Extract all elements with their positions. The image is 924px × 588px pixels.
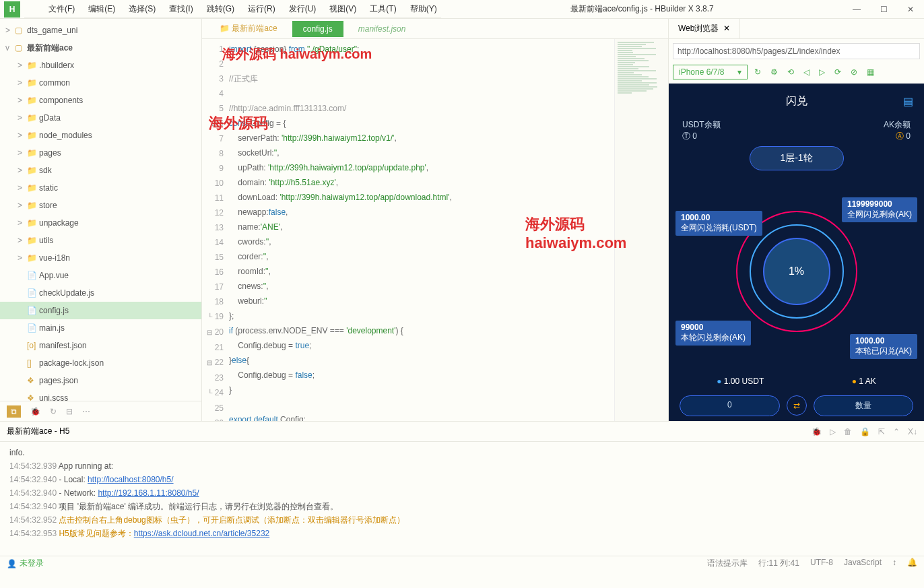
reload-icon[interactable]: ⟳ [832, 66, 844, 78]
amount-input[interactable]: 0 [680, 395, 780, 416]
tree-item[interactable]: >📁components [0, 92, 201, 109]
tree-item[interactable]: 📄config.js [0, 302, 201, 319]
clear-icon[interactable]: 🗑 [844, 427, 852, 436]
forward-icon[interactable]: ▷ [816, 66, 828, 78]
collapse-icon[interactable]: ⊟ [66, 407, 73, 416]
file-tree[interactable]: >▢dts_game_univ▢最新前端ace>📁.hbuilderx>📁com… [0, 19, 201, 401]
menu-item[interactable]: 工具(T) [366, 2, 400, 16]
editor-tab[interactable]: manifest.json [348, 21, 417, 37]
minimize-button[interactable]: — [843, 0, 870, 19]
export-icon[interactable]: ⇱ [878, 427, 885, 436]
sidebar-toolbar: ⧉ 🐞 ↻ ⊟ ⋯ [0, 401, 201, 421]
swap-icon[interactable]: ⇄ [787, 395, 807, 416]
app-logo: H [4, 1, 20, 18]
console-panel: 最新前端ace - H5 🐞 ▷ 🗑 🔒 ⇱ ⌃ X↓ 海外源码 haiwaiy… [0, 421, 924, 556]
stop-icon[interactable]: ⊘ [848, 66, 860, 78]
menu-item[interactable]: 帮助(Y) [406, 2, 441, 16]
stop-icon[interactable]: ▷ [830, 427, 836, 436]
preview-url[interactable]: http://localhost:8080/h5/pages/ZL/index/… [673, 43, 920, 59]
tree-item[interactable]: >📁utils [0, 232, 201, 249]
phone-preview[interactable]: 闪兑 ▤ USDT余额Ⓣ 0 AK余额Ⓐ 0 1层-1轮 1% 11999990… [669, 84, 924, 421]
tree-item[interactable]: >📁pages [0, 144, 201, 162]
debug-icon[interactable]: 🐞 [30, 407, 40, 416]
console-output[interactable]: 海外源码 haiwaiym.com info.14:54:32.939 App … [0, 442, 924, 556]
back-icon[interactable]: ◁ [801, 66, 812, 78]
statusbar: 👤 未登录 语法提示库 行:11 列:41 UTF-8 JavaScript ↕… [0, 556, 924, 570]
window-title: 最新前端ace/config.js - HBuilder X 3.8.7 [441, 3, 843, 15]
bug-icon[interactable]: 🐞 [812, 427, 822, 436]
menu-item[interactable]: 发行(U) [285, 2, 321, 16]
editor-tabs: 最新前端aceconfig.jsmanifest.json [202, 19, 668, 39]
tree-item[interactable]: v▢最新前端ace [0, 39, 201, 57]
line-gutter[interactable]: 12345⊟ 6789101112131415161718└ 19⊟ 2021⊟… [202, 39, 229, 421]
tree-item[interactable]: [o]manifest.json [0, 337, 201, 354]
round-pill[interactable]: 1层-1轮 [750, 146, 844, 170]
editor-pane: 最新前端aceconfig.jsmanifest.json 12345⊟ 678… [202, 19, 668, 421]
tree-item[interactable]: ❖uni.scss [0, 389, 201, 401]
tree-item[interactable]: >📁.hbuilderx [0, 57, 201, 74]
tree-item[interactable]: ❖pages.json [0, 372, 201, 389]
orbit-chart: 1% 1199999000全网闪兑剩余(AK) 1000.00全网闪兑消耗(US… [675, 177, 917, 366]
menu-item[interactable]: 文件(F) [44, 2, 79, 16]
preview-pane: Web浏览器 ✕ http://localhost:8080/h5/pages/… [668, 19, 924, 421]
tree-item[interactable]: >📁store [0, 197, 201, 214]
tree-item[interactable]: 📄App.vue [0, 267, 201, 284]
editor-tab[interactable]: config.js [292, 21, 343, 37]
login-status[interactable]: 👤 未登录 [7, 558, 44, 569]
close-icon[interactable]: X↓ [908, 427, 917, 436]
rotate-icon[interactable]: ⟲ [785, 66, 797, 78]
maximize-button[interactable]: ☐ [870, 0, 897, 19]
tree-item[interactable]: >📁unpackage [0, 214, 201, 232]
refresh-icon[interactable]: ↻ [50, 407, 57, 416]
sidebar: >▢dts_game_univ▢最新前端ace>📁.hbuilderx>📁com… [0, 19, 202, 421]
preview-tab-web[interactable]: Web浏览器 ✕ [669, 19, 740, 38]
titlebar: H 文件(F)编辑(E)选择(S)查找(I)跳转(G)运行(R)发行(U)视图(… [0, 0, 924, 19]
tree-item[interactable]: []package-lock.json [0, 354, 201, 372]
settings-icon[interactable]: ⚙ [768, 66, 781, 78]
bell-icon[interactable]: 🔔 [907, 558, 917, 569]
tree-item[interactable]: >▢dts_game_uni [0, 22, 201, 39]
preview-tabs: Web浏览器 ✕ [669, 19, 924, 39]
grid-icon[interactable]: ▦ [864, 66, 877, 78]
device-selector[interactable]: iPhone 6/7/8▾ [673, 65, 748, 79]
document-icon[interactable]: ▤ [903, 95, 913, 108]
lock-icon[interactable]: 🔒 [860, 427, 870, 436]
tree-item[interactable]: >📁sdk [0, 162, 201, 179]
tree-item[interactable]: >📁common [0, 74, 201, 92]
tree-item[interactable]: 📄main.js [0, 319, 201, 337]
menu-item[interactable]: 跳转(G) [203, 2, 238, 16]
sync-icon[interactable]: ↕ [892, 558, 896, 569]
close-button[interactable]: ✕ [897, 0, 924, 19]
menubar: 文件(F)编辑(E)选择(S)查找(I)跳转(G)运行(R)发行(U)视图(V)… [24, 1, 441, 18]
console-tab-label[interactable]: 最新前端ace - H5 [7, 426, 69, 437]
menu-item[interactable]: 编辑(E) [84, 2, 119, 16]
more-icon[interactable]: ⋯ [82, 407, 90, 416]
refresh-icon[interactable]: ↻ [752, 66, 764, 78]
code-content[interactable]: import {session} from "./gData/user"; //… [229, 39, 614, 421]
tree-item[interactable]: >📁gData [0, 109, 201, 127]
tree-item[interactable]: 📄checkUpdate.js [0, 284, 201, 302]
menu-item[interactable]: 查找(I) [165, 2, 197, 16]
tree-item[interactable]: >📁static [0, 179, 201, 197]
app-title: 闪兑 [786, 94, 807, 108]
qty-input[interactable]: 数量 [814, 395, 914, 416]
collapse-icon[interactable]: ⌃ [893, 427, 900, 436]
editor-tab[interactable]: 最新前端ace [209, 20, 288, 38]
explorer-icon[interactable]: ⧉ [7, 405, 21, 418]
menu-item[interactable]: 选择(S) [125, 2, 160, 16]
tree-item[interactable]: >📁node_modules [0, 127, 201, 144]
minimap[interactable] [614, 39, 668, 421]
menu-item[interactable]: 运行(R) [244, 2, 279, 16]
menu-item[interactable]: 视图(V) [325, 2, 360, 16]
tree-item[interactable]: >📁vue-i18n [0, 249, 201, 267]
